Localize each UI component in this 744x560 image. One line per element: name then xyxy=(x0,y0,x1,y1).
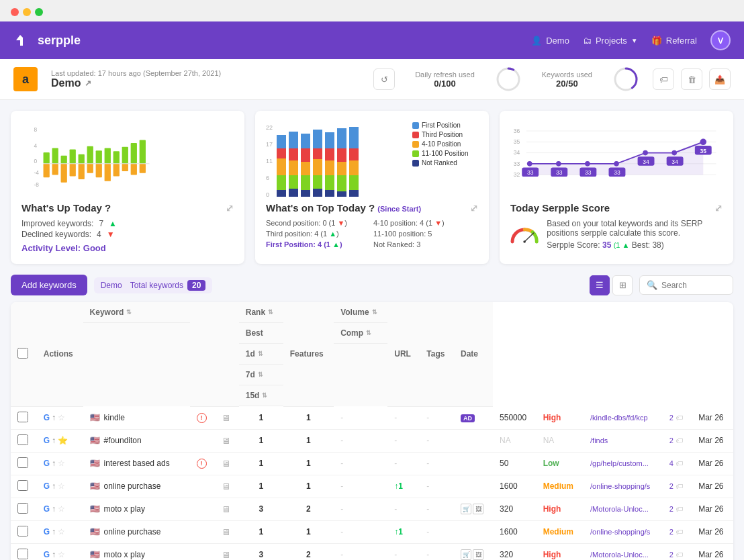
comp-value: High xyxy=(537,543,584,560)
trend-icon[interactable]: ↑ xyxy=(52,436,56,445)
nav-demo[interactable]: 👤 Demo xyxy=(531,36,569,46)
star-icon[interactable]: ⭐ xyxy=(58,436,68,445)
star-icon[interactable]: ☆ xyxy=(58,481,65,491)
refresh-button[interactable]: ↺ xyxy=(373,68,395,90)
15d-value: - xyxy=(420,406,454,429)
svg-rect-19 xyxy=(87,146,93,164)
trend-icon[interactable]: ↑ xyxy=(52,413,56,422)
svg-rect-55 xyxy=(313,148,322,159)
svg-rect-18 xyxy=(79,164,85,179)
volume-value: NA xyxy=(493,429,537,452)
search-box[interactable]: 🔍 xyxy=(639,275,733,295)
row-checkbox[interactable] xyxy=(17,457,28,468)
add-keywords-button[interactable]: Add keywords xyxy=(11,275,87,295)
star-icon[interactable]: ☆ xyxy=(58,527,65,536)
select-all-checkbox[interactable] xyxy=(17,348,28,359)
row-actions: G ↑ ☆ xyxy=(44,413,77,422)
minimize-button[interactable] xyxy=(23,8,31,16)
th-7d[interactable]: 7d ⇅ xyxy=(239,365,283,385)
export-icon[interactable]: 📤 xyxy=(709,68,731,90)
1d-value: - xyxy=(334,498,387,520)
row-checkbox[interactable] xyxy=(17,412,28,422)
volume-value: 320 xyxy=(493,498,537,520)
flag-icon: 🇺🇸 xyxy=(90,550,100,559)
tags-value: 2 🏷 xyxy=(663,498,692,520)
row-checkbox[interactable] xyxy=(17,503,28,514)
svg-point-88 xyxy=(556,161,561,167)
star-icon[interactable]: ☆ xyxy=(58,504,65,514)
google-icon[interactable]: G xyxy=(44,413,50,422)
score-description: Based on your total keywords and its SER… xyxy=(547,219,723,250)
svg-text:4: 4 xyxy=(34,142,38,149)
svg-rect-58 xyxy=(313,189,322,197)
nav-projects[interactable]: 🗂 Projects ▼ xyxy=(583,36,638,46)
avatar[interactable]: V xyxy=(710,30,731,50)
trend-icon[interactable]: ↑ xyxy=(52,527,56,536)
th-keyword[interactable]: Keyword ⇅ xyxy=(83,302,190,323)
whats-on-top-title: What's on Top Today ? (Since Start) ⤢ xyxy=(266,202,478,214)
svg-rect-48 xyxy=(289,189,298,197)
google-icon[interactable]: G xyxy=(44,436,50,445)
svg-text:-4: -4 xyxy=(34,169,40,176)
star-icon[interactable]: ☆ xyxy=(58,459,65,468)
svg-rect-28 xyxy=(122,164,128,171)
svg-point-100 xyxy=(671,150,677,156)
star-icon[interactable]: ☆ xyxy=(58,413,65,422)
keywords-toolbar: Add keywords Demo Total keywords 20 ☰ ⊞ … xyxy=(11,275,733,295)
row-checkbox[interactable] xyxy=(17,480,28,491)
google-icon[interactable]: G xyxy=(44,481,50,491)
row-checkbox[interactable] xyxy=(17,434,28,445)
svg-rect-26 xyxy=(113,164,120,177)
svg-rect-29 xyxy=(131,143,137,164)
keyword-cell: 🇺🇸 online purchase xyxy=(90,481,183,491)
google-icon[interactable]: G xyxy=(44,550,50,559)
15d-value: - xyxy=(420,475,454,498)
row-actions: G ↑ ☆ xyxy=(44,459,77,468)
nav-referral[interactable]: 🎁 Referral xyxy=(651,36,697,46)
row-checkbox[interactable] xyxy=(17,526,28,536)
list-view-button[interactable]: ☰ xyxy=(590,275,610,295)
th-comp[interactable]: Comp ⇅ xyxy=(334,323,387,344)
trend-icon[interactable]: ↑ xyxy=(52,504,56,514)
delete-icon[interactable]: 🗑 xyxy=(681,68,702,90)
search-input[interactable] xyxy=(661,281,729,290)
grid-view-button[interactable]: ⊞ xyxy=(612,275,633,295)
th-1d[interactable]: 1d ⇅ xyxy=(239,344,283,365)
svg-rect-32 xyxy=(140,164,146,173)
svg-text:33: 33 xyxy=(585,169,592,176)
1d-value: - xyxy=(334,475,387,498)
expand-icon[interactable]: ⤢ xyxy=(714,203,723,214)
trend-icon[interactable]: ↑ xyxy=(52,550,56,559)
table-row: G ↑ ⭐ 🇺🇸 #founditon 🖥 1 1 - - - NA NA /f… xyxy=(11,429,733,452)
svg-point-97 xyxy=(643,150,648,156)
google-icon[interactable]: G xyxy=(44,527,50,536)
svg-rect-31 xyxy=(140,140,146,163)
th-best[interactable]: Best xyxy=(239,323,283,344)
tag-icon[interactable]: 🏷 xyxy=(653,68,674,90)
google-icon[interactable]: G xyxy=(44,504,50,514)
star-icon[interactable]: ☆ xyxy=(58,550,65,559)
svg-text:36: 36 xyxy=(514,128,520,134)
external-link-icon[interactable]: ↗ xyxy=(85,79,91,88)
th-rank[interactable]: Rank ⇅ xyxy=(239,302,283,323)
google-icon[interactable]: G xyxy=(44,459,50,468)
view-toggle: ☰ ⊞ xyxy=(590,275,633,295)
row-actions: G ↑ ☆ xyxy=(44,481,77,491)
svg-rect-17 xyxy=(79,154,85,164)
th-volume[interactable]: Volume ⇅ xyxy=(334,302,387,323)
keywords-tab[interactable]: Demo Total keywords 20 xyxy=(94,277,213,293)
gift-icon: 🎁 xyxy=(651,36,662,46)
trend-icon[interactable]: ↑ xyxy=(52,459,56,468)
maximize-button[interactable] xyxy=(35,8,43,16)
row-checkbox[interactable] xyxy=(17,549,28,559)
expand-icon[interactable]: ⤢ xyxy=(470,203,478,214)
flag-icon: 🇺🇸 xyxy=(90,504,100,514)
table-row: G ↑ ☆ 🇺🇸 online purchase 🖥 1 1 - ↑1 - 16… xyxy=(11,520,733,543)
keywords-ring xyxy=(612,66,639,93)
trend-icon[interactable]: ↑ xyxy=(52,481,56,491)
th-15d[interactable]: 15d ⇅ xyxy=(239,385,283,406)
stats-group: ↺ Daily refresh used 0/100 Keywords used… xyxy=(373,66,639,93)
url-value: /Motorola-Unloc... xyxy=(584,498,663,520)
close-button[interactable] xyxy=(11,8,19,16)
expand-icon[interactable]: ⤢ xyxy=(226,203,234,214)
